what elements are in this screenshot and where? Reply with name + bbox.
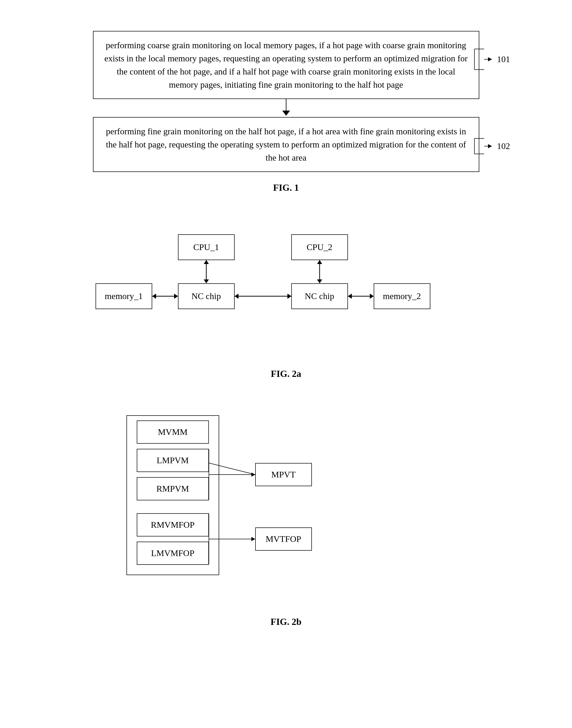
page: performing coarse grain monitoring on lo…	[0, 0, 572, 728]
svg-marker-29	[370, 294, 374, 299]
fig2a-container: CPU_1 CPU_2 NC chip NC chip memory_1 mem…	[80, 224, 492, 358]
label-102: 102	[474, 136, 510, 157]
nc1-box: NC chip	[178, 283, 235, 309]
cpu1-box: CPU_1	[178, 234, 235, 260]
label-102-text: 102	[497, 141, 510, 151]
label-101: 101	[474, 46, 510, 72]
svg-marker-1	[282, 111, 290, 116]
fig2b-caption: FIG. 2b	[270, 616, 301, 627]
fig2b-container: MVMM LMPVM RMPVM RMVMFOP LMVMFOP MPVT MV…	[80, 410, 492, 606]
rmvmfop-box: RMVMFOP	[137, 513, 209, 537]
mvmm-box: MVMM	[137, 420, 209, 444]
svg-marker-31	[348, 294, 352, 299]
svg-marker-25	[287, 294, 291, 299]
fig1-arrow	[93, 99, 479, 117]
nc2-box: NC chip	[291, 283, 348, 309]
svg-marker-40	[252, 537, 255, 541]
label-101-text: 101	[497, 54, 510, 64]
mem1-box: memory_1	[95, 283, 152, 309]
mvtfop-box: MVTFOP	[255, 528, 312, 551]
fig2a-caption: FIG. 2a	[271, 368, 301, 379]
svg-marker-17	[317, 280, 322, 283]
fig1-caption: FIG. 1	[273, 182, 299, 193]
svg-marker-23	[152, 294, 156, 299]
rmpvm-box: RMPVM	[137, 477, 209, 500]
fig1-container: performing coarse grain monitoring on lo…	[93, 31, 479, 172]
svg-marker-15	[204, 260, 209, 264]
mem2-box: memory_2	[374, 283, 430, 309]
svg-marker-19	[317, 260, 322, 264]
svg-marker-13	[204, 280, 209, 283]
lmvmfop-box: LMVMFOP	[137, 542, 209, 565]
mpvt-box: MPVT	[255, 463, 312, 486]
svg-marker-27	[235, 294, 238, 299]
cpu2-box: CPU_2	[291, 234, 348, 260]
svg-marker-37	[252, 473, 255, 477]
svg-marker-21	[174, 294, 178, 299]
svg-marker-11	[488, 144, 492, 148]
svg-marker-6	[488, 57, 492, 61]
lmpvm-box: LMPVM	[137, 449, 209, 472]
fig1-box1: performing coarse grain monitoring on lo…	[93, 31, 479, 99]
fig1-box2: performing fine grain monitoring on the …	[93, 117, 479, 172]
